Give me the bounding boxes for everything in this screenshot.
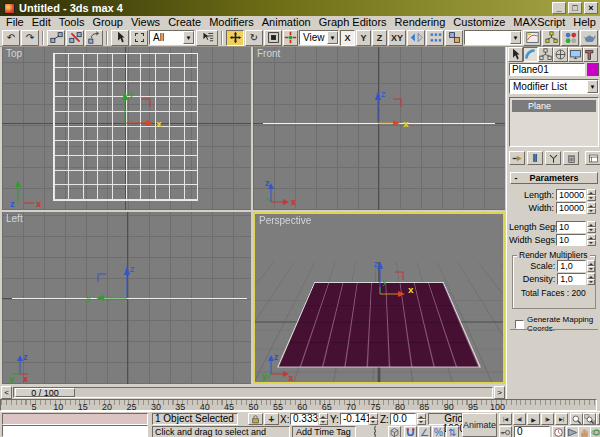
menu-tools[interactable]: Tools <box>55 16 89 29</box>
mirror-button[interactable] <box>407 30 425 46</box>
percent-snap-button[interactable]: % <box>432 426 445 437</box>
absolute-offset-toggle[interactable]: + <box>264 413 279 425</box>
remove-modifier-button[interactable] <box>563 151 579 165</box>
track-bar[interactable]: 5101520253035404550556065707580859095100 <box>0 399 597 411</box>
object-name-field[interactable]: Plane01 <box>509 63 585 76</box>
macro-recorder-field[interactable] <box>2 413 148 425</box>
go-to-end-button[interactable]: ▶| <box>555 413 568 425</box>
tab-modify[interactable] <box>523 47 538 62</box>
selection-lock-toggle[interactable] <box>248 413 263 425</box>
maximize-button[interactable]: □ <box>568 2 582 14</box>
configure-button-sets-button[interactable] <box>585 151 600 165</box>
menu-edit[interactable]: Edit <box>28 16 55 29</box>
chevron-down-icon[interactable]: ▼ <box>587 80 598 93</box>
restrict-xy-plane-button[interactable]: XY <box>388 30 406 46</box>
menu-modifiers[interactable]: Modifiers <box>205 16 258 29</box>
spinner-snap-button[interactable]: ⇅ <box>446 426 459 437</box>
object-color-swatch[interactable] <box>587 63 599 76</box>
menu-maxscript[interactable]: MAXScript <box>509 16 569 29</box>
move-gizmo[interactable]: z x <box>343 87 418 137</box>
menu-graph-editors[interactable]: Graph Editors <box>315 16 391 29</box>
menu-rendering[interactable]: Rendering <box>391 16 450 29</box>
parameters-rollout-header[interactable]: - Parameters <box>510 172 598 184</box>
viewport-left[interactable]: z y z y x Left <box>2 212 251 384</box>
move-gizmo[interactable]: z y <box>72 262 152 312</box>
generate-mapping-checkbox[interactable] <box>515 320 524 329</box>
named-selection-sets-dropdown[interactable]: ▼ <box>464 30 522 45</box>
menu-views[interactable]: Views <box>127 16 164 29</box>
zoom-button[interactable] <box>570 413 583 425</box>
go-to-start-button[interactable]: |◀ <box>499 413 512 425</box>
select-and-move-button[interactable] <box>226 30 244 46</box>
modifier-stack[interactable]: Plane <box>509 97 599 147</box>
time-slider-handle[interactable]: 0 / 100 <box>15 388 75 397</box>
angle-snap-button[interactable]: ∠ <box>418 426 431 437</box>
time-slider-track[interactable]: 0 / 100 <box>13 387 493 398</box>
param-value-field[interactable]: 1,0 <box>557 273 585 285</box>
restrict-x-button[interactable]: X <box>340 30 355 46</box>
param-spinner[interactable] <box>587 202 596 214</box>
z-spinner[interactable] <box>417 413 426 425</box>
chevron-down-icon[interactable]: ▼ <box>510 31 521 44</box>
collapse-icon[interactable]: - <box>511 173 521 183</box>
param-value-field[interactable]: 10 <box>556 221 586 233</box>
select-and-rotate-button[interactable]: ↻ <box>245 30 263 46</box>
key-mode-toggle[interactable] <box>499 426 512 437</box>
stack-item-plane[interactable]: Plane <box>512 100 596 112</box>
undo-button[interactable]: ↶ <box>2 30 20 46</box>
tab-display[interactable] <box>568 47 583 62</box>
restrict-y-button[interactable]: Y <box>356 30 371 46</box>
redo-button[interactable]: ↷ <box>21 30 39 46</box>
chevron-down-icon[interactable]: ▼ <box>327 31 338 44</box>
menu-file[interactable]: File <box>2 16 28 29</box>
tab-create[interactable] <box>508 47 523 62</box>
restrict-z-button[interactable]: Z <box>372 30 387 46</box>
param-spinner[interactable] <box>587 260 595 272</box>
tab-hierarchy[interactable] <box>538 47 553 62</box>
menu-animation[interactable]: Animation <box>258 16 315 29</box>
cube-icon[interactable] <box>388 426 401 437</box>
param-value-field[interactable]: 10 <box>556 234 586 246</box>
zoom-extents-button[interactable] <box>596 413 600 425</box>
zoom-all-button[interactable] <box>583 413 596 425</box>
viewport-label-left[interactable]: Left <box>6 213 23 224</box>
time-slider-next-button[interactable]: > <box>494 386 505 399</box>
animate-button[interactable]: Animate <box>462 413 497 437</box>
add-time-tag-field[interactable]: Add Time Tag <box>292 426 356 437</box>
viewport-front[interactable]: z x z x Front <box>253 47 505 210</box>
menu-create[interactable]: Create <box>164 16 205 29</box>
viewport-label-front[interactable]: Front <box>257 48 280 59</box>
current-frame-field[interactable]: 0 <box>514 426 550 437</box>
align-button[interactable] <box>445 30 463 46</box>
menu-help[interactable]: Help <box>569 16 600 29</box>
select-and-manipulate-button[interactable] <box>283 30 298 46</box>
param-value-field[interactable]: 1,0 <box>557 260 585 272</box>
param-spinner[interactable] <box>587 189 596 201</box>
chevron-down-icon[interactable]: ▼ <box>183 31 194 44</box>
tab-utilities[interactable] <box>583 47 598 62</box>
material-editor-button[interactable] <box>561 30 579 46</box>
selection-region-button[interactable] <box>130 30 148 46</box>
previous-frame-button[interactable]: ◀| <box>513 413 526 425</box>
param-spinner[interactable] <box>587 221 596 233</box>
time-configuration-button[interactable] <box>552 426 565 437</box>
make-unique-button[interactable] <box>545 151 561 165</box>
select-by-name-button[interactable] <box>196 30 218 46</box>
param-value-field[interactable]: 10000,0 <box>556 189 586 201</box>
reference-coordinate-system-dropdown[interactable]: View▼ <box>299 30 339 45</box>
move-gizmo[interactable]: y x <box>90 87 165 137</box>
close-button[interactable]: × <box>584 2 598 14</box>
play-button[interactable]: ▶ <box>527 413 540 425</box>
move-gizmo[interactable]: z y x <box>345 256 425 312</box>
array-button[interactable] <box>426 30 444 46</box>
viewport-label-perspective[interactable]: Perspective <box>259 215 311 226</box>
y-spinner[interactable] <box>369 413 378 425</box>
select-and-link-button[interactable] <box>47 30 65 46</box>
show-end-result-button[interactable]: ‖ <box>527 151 543 165</box>
next-frame-button[interactable]: |▶ <box>541 413 554 425</box>
menu-group[interactable]: Group <box>88 16 127 29</box>
viewport-top[interactable]: y x z x Top <box>2 47 251 210</box>
select-object-button[interactable] <box>111 30 129 46</box>
select-and-scale-button[interactable] <box>264 30 282 46</box>
snap-toggle-button[interactable] <box>404 426 417 437</box>
